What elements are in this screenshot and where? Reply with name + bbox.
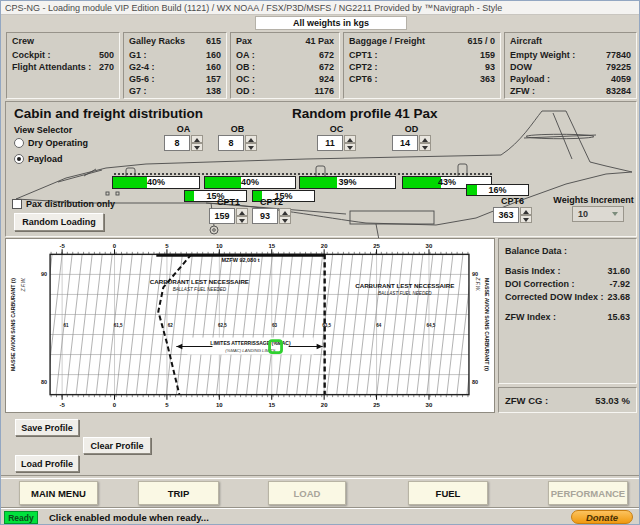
ballast-fuel-label-fr: CARBURANT LEST NECESSAIRE (355, 282, 454, 289)
app-window: CPS-NG - Loading module VIP Edition Buil… (0, 0, 640, 525)
cpt6-spinner-value[interactable]: 363 (493, 207, 519, 223)
cpt1-spinner: CPT1 159 (209, 197, 248, 224)
radio-dot (14, 138, 24, 148)
ob-spinner: OB 8 (218, 124, 257, 151)
svg-text:0: 0 (113, 243, 117, 249)
cpt2-spinner-value[interactable]: 93 (252, 208, 278, 224)
aircraft-panel: Aircraft Empty Weight :77840 DOW79225 Pa… (504, 32, 637, 99)
svg-text:25: 25 (373, 402, 380, 408)
svg-text:-5: -5 (59, 243, 65, 249)
weights-unit-banner: All weights in kgs (255, 16, 407, 30)
ready-badge: Ready (4, 511, 38, 524)
aircraft-row: DOW79225 (505, 61, 636, 73)
galley-row: G2-4 :160 (124, 61, 226, 73)
ob-spinner-arrows[interactable] (245, 135, 257, 151)
cpt2-spinner-arrows[interactable] (279, 208, 291, 224)
crew-panel: Crew Cockpit :500 Flight Attendants :270 (6, 32, 120, 99)
svg-text:10: 10 (216, 243, 223, 249)
chevron-down-icon (612, 212, 618, 216)
oa-spinner-arrows[interactable] (191, 135, 203, 151)
cpt6-load-bar: 16% (466, 184, 529, 196)
oa-spinner-value[interactable]: 8 (164, 135, 190, 151)
oc-spinner-arrows[interactable] (344, 135, 356, 151)
aircraft-row: Empty Weight :77840 (505, 49, 636, 61)
right-axis-sublabel: Z.F.W. (475, 276, 481, 291)
weights-increment-label: Weights Increment (551, 195, 636, 205)
y-tick-90: 90 (472, 271, 478, 277)
cpt1-spinner-arrows[interactable] (236, 208, 248, 224)
left-axis-sublabel: Z.F.W. (20, 277, 26, 292)
ballast-fuel-label-en: BALLAST FUEL NEEDED (378, 291, 432, 296)
ob-spinner-caption: OB (218, 124, 257, 134)
pax-panel: Pax41 Pax OA :672 OB :672 OC :924 OD :11… (230, 32, 340, 99)
zfw-cg-panel: ZFW CG :53.03 % (498, 387, 637, 413)
baggage-row: CPT2 :93 (344, 61, 500, 73)
save-profile-button[interactable]: Save Profile (15, 419, 79, 436)
svg-text:25: 25 (373, 243, 380, 249)
galley-row: G5-6 :157 (124, 73, 226, 85)
ob-load-bar: 40% (204, 176, 296, 189)
performance-button: PERFORMANCE (548, 481, 628, 505)
od-spinner-caption: OD (392, 124, 431, 134)
oc-spinner: OC 11 (317, 124, 356, 151)
od-spinner-arrows[interactable] (419, 135, 431, 151)
cg-envelope-plot: -5-50055101015152020252530306161,56262,5… (6, 239, 494, 412)
weights-increment-value: 10 (578, 209, 588, 219)
main-menu-button[interactable]: MAIN MENU (19, 481, 98, 505)
svg-text:64,5: 64,5 (426, 324, 435, 329)
baggage-row: CPT1 :159 (344, 49, 500, 61)
cpt2-spinner: CPT2 93 (252, 197, 291, 224)
galley-panel: Galley Racks615 G1 :160 G2-4 :160 G5-6 :… (123, 32, 227, 99)
od-spinner-value[interactable]: 14 (392, 135, 418, 151)
svg-text:30: 30 (426, 402, 433, 408)
pax-row: OA :672 (231, 49, 339, 61)
cpt6-spinner-arrows[interactable] (520, 207, 532, 223)
ob-spinner-value[interactable]: 8 (218, 135, 244, 151)
cpt1-spinner-caption: CPT1 (209, 197, 248, 207)
oa-spinner-caption: OA (164, 124, 203, 134)
baggage-panel: Baggage / Freight615 / 0 CPT1 :159 CPT2 … (343, 32, 501, 99)
zfw-cg-value: 53.03 % (595, 394, 630, 407)
distribution-title: Cabin and freight distribution (14, 106, 203, 121)
aircraft-row: ZFW :83284 (505, 85, 636, 97)
cpt6-spinner: CPT6 363 (493, 196, 532, 223)
profile-title: Random profile 41 Pax (292, 106, 438, 121)
radio-dot (14, 154, 24, 164)
oc-load-bar: 39% (299, 176, 396, 189)
donate-button[interactable]: Donate (571, 510, 633, 524)
pax-distribution-only-checkbox[interactable]: Pax distribution only (12, 199, 115, 209)
load-button: LOAD (268, 481, 346, 505)
left-axis-label: MASSE AVION SANS CARBURANT (t) (10, 278, 16, 371)
svg-text:5: 5 (165, 402, 169, 408)
crew-row: Flight Attendants :270 (7, 61, 119, 73)
radio-dry-operating[interactable]: Dry Operating (14, 138, 88, 148)
radio-payload[interactable]: Payload (14, 154, 63, 164)
ballast-fuel-label-en: BALLAST FUEL NEEDED (173, 287, 227, 292)
random-loading-button[interactable]: Random Loading (14, 213, 104, 231)
fuel-button[interactable]: FUEL (408, 481, 488, 505)
svg-text:20: 20 (321, 243, 328, 249)
balance-row: Corrected DOW Index :23.68 (499, 291, 636, 304)
seat-dots (114, 173, 300, 175)
right-axis-label: MASSE AVION SANS CARBURANT (t) (484, 278, 490, 371)
svg-text:63: 63 (272, 324, 278, 329)
seat-dots (302, 173, 492, 175)
trip-button[interactable]: TRIP (138, 481, 219, 505)
balance-row: DOI Correction :-7.92 (499, 278, 636, 291)
aircraft-title: Aircraft (510, 35, 542, 47)
cpt1-spinner-value[interactable]: 159 (209, 208, 235, 224)
pax-title: Pax (236, 35, 252, 47)
svg-text:30: 30 (426, 243, 433, 249)
cpt6-spinner-caption: CPT6 (493, 196, 532, 206)
load-profile-button[interactable]: Load Profile (15, 455, 79, 472)
y-tick-80: 80 (41, 379, 47, 385)
balance-data-panel: Balance Data : Basis Index :31.60 DOI Co… (498, 238, 637, 384)
svg-text:5: 5 (165, 243, 169, 249)
crew-title: Crew (12, 35, 34, 47)
clear-profile-button[interactable]: Clear Profile (83, 437, 151, 454)
weights-increment-select[interactable]: 10 (572, 206, 624, 222)
crew-row: Cockpit :500 (7, 49, 119, 61)
oc-spinner-value[interactable]: 11 (317, 135, 343, 151)
svg-text:-5: -5 (59, 402, 65, 408)
svg-text:10: 10 (216, 402, 223, 408)
